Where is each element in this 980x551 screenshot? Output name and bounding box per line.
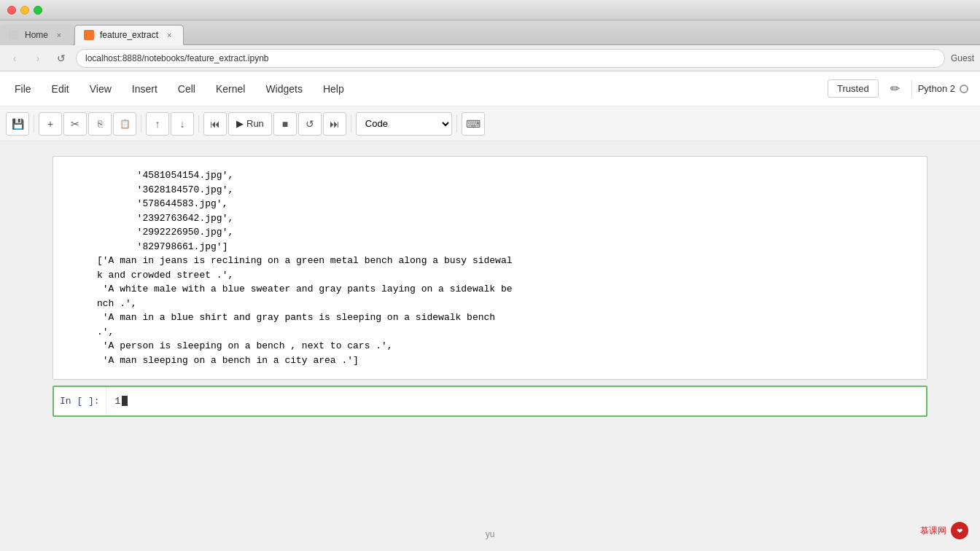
divider-5 bbox=[456, 115, 457, 133]
stop-button[interactable]: ■ bbox=[273, 112, 297, 136]
menu-view[interactable]: View bbox=[87, 80, 114, 98]
kernel-info: Python 2 bbox=[918, 83, 968, 94]
tab-home-label: Home bbox=[25, 30, 48, 40]
cut-icon: ✂ bbox=[71, 118, 79, 130]
url-input[interactable] bbox=[76, 49, 945, 68]
tab-home[interactable]: Home × bbox=[0, 25, 73, 45]
menu-edit[interactable]: Edit bbox=[49, 80, 72, 98]
edit-icon[interactable]: ✏ bbox=[884, 79, 906, 98]
cell-type-select[interactable]: Code Markdown Raw NBConvert bbox=[356, 112, 452, 136]
minimize-button[interactable] bbox=[20, 6, 29, 15]
plus-icon: + bbox=[47, 118, 53, 130]
move-up-button[interactable]: ↑ bbox=[146, 112, 169, 136]
divider-2 bbox=[141, 115, 141, 133]
jupyter-favicon bbox=[84, 30, 94, 40]
back-icon: ‹ bbox=[13, 52, 17, 64]
add-cell-button[interactable]: + bbox=[39, 112, 62, 136]
divider-4 bbox=[351, 115, 351, 133]
refresh-icon: ↺ bbox=[57, 52, 66, 64]
copy-cell-button[interactable]: ⎘ bbox=[88, 112, 112, 136]
menu-insert[interactable]: Insert bbox=[129, 80, 160, 98]
forward-button[interactable]: › bbox=[29, 50, 47, 67]
divider-1 bbox=[34, 115, 34, 133]
move-down-button[interactable]: ↓ bbox=[171, 112, 194, 136]
paste-icon: 📋 bbox=[120, 119, 131, 129]
line-number: 1 bbox=[115, 396, 121, 407]
stop-icon: ■ bbox=[282, 118, 288, 130]
kernel-label: Python 2 bbox=[918, 83, 955, 94]
keyboard-button[interactable]: ⌨ bbox=[462, 112, 485, 136]
menu-help[interactable]: Help bbox=[320, 80, 347, 98]
toolbar-divider bbox=[911, 80, 912, 98]
jupyter-toolbar: 💾 + ✂ ⎘ 📋 ↑ ↓ ⏮ ▶ Run ■ ↺ ⏭ Code Markdow… bbox=[0, 106, 980, 141]
paste-cell-button[interactable]: 📋 bbox=[113, 112, 136, 136]
down-arrow-icon: ↓ bbox=[180, 118, 185, 130]
active-input-cell[interactable]: In [ ]: 1 bbox=[52, 386, 928, 417]
window-controls bbox=[0, 6, 42, 15]
forward-icon: › bbox=[36, 52, 40, 64]
tab-feature-extract-close[interactable]: × bbox=[164, 30, 174, 40]
tab-feature-extract-label: feature_extract bbox=[100, 30, 158, 40]
up-arrow-icon: ↑ bbox=[155, 118, 160, 130]
keyboard-icon: ⌨ bbox=[466, 118, 481, 130]
close-button[interactable] bbox=[7, 6, 16, 15]
refresh-button[interactable]: ↺ bbox=[52, 50, 70, 67]
menu-kernel[interactable]: Kernel bbox=[213, 80, 248, 98]
watermark-icon: ❤ bbox=[951, 522, 968, 539]
jupyter-menu-bar: File Edit View Insert Cell Kernel Widget… bbox=[0, 71, 980, 106]
menu-cell[interactable]: Cell bbox=[175, 80, 198, 98]
fast-forward-button[interactable]: ⏭ bbox=[323, 112, 346, 136]
restart-icon: ↺ bbox=[306, 118, 314, 130]
fast-back-icon: ⏮ bbox=[210, 118, 220, 130]
tabs-bar: Home × feature_extract × bbox=[0, 20, 980, 45]
back-button[interactable]: ‹ bbox=[6, 50, 23, 67]
save-icon: 💾 bbox=[12, 118, 24, 130]
bottom-text: yu bbox=[486, 529, 495, 539]
kernel-status-circle bbox=[960, 85, 968, 93]
cell-container: '4581054154.jpg', '3628184570.jpg', '578… bbox=[38, 156, 942, 417]
fast-back-button[interactable]: ⏮ bbox=[203, 112, 227, 136]
address-bar: ‹ › ↺ Guest bbox=[0, 45, 980, 71]
watermark-text: 慕课网 bbox=[920, 525, 946, 537]
output-content: '4581054154.jpg', '3628184570.jpg', '578… bbox=[53, 157, 927, 379]
output-cell: '4581054154.jpg', '3628184570.jpg', '578… bbox=[52, 156, 928, 380]
restart-button[interactable]: ↺ bbox=[298, 112, 322, 136]
run-icon: ▶ bbox=[236, 118, 244, 129]
prompt-label: In [ ]: bbox=[60, 396, 100, 407]
home-favicon bbox=[9, 30, 19, 40]
notebook-area: '4581054154.jpg', '3628184570.jpg', '578… bbox=[0, 141, 980, 551]
tab-feature-extract[interactable]: feature_extract × bbox=[74, 25, 184, 45]
trusted-button[interactable]: Trusted bbox=[828, 79, 879, 98]
run-button[interactable]: ▶ Run bbox=[228, 112, 272, 136]
divider-3 bbox=[198, 115, 199, 133]
copy-icon: ⎘ bbox=[98, 119, 103, 129]
text-cursor bbox=[122, 396, 128, 406]
maximize-button[interactable] bbox=[34, 6, 42, 15]
menu-right: Trusted ✏ Python 2 bbox=[828, 79, 968, 98]
run-label: Run bbox=[246, 118, 264, 129]
cut-cell-button[interactable]: ✂ bbox=[63, 112, 87, 136]
heart-icon: ❤ bbox=[957, 527, 962, 535]
title-bar bbox=[0, 0, 980, 20]
save-button[interactable]: 💾 bbox=[6, 112, 29, 136]
fast-forward-icon: ⏭ bbox=[330, 118, 340, 130]
tab-home-close[interactable]: × bbox=[54, 30, 64, 40]
menu-items: File Edit View Insert Cell Kernel Widget… bbox=[12, 80, 347, 98]
menu-file[interactable]: File bbox=[12, 80, 34, 98]
watermark: 慕课网 ❤ bbox=[920, 522, 968, 539]
cell-input-area[interactable]: 1 bbox=[106, 387, 926, 415]
cell-prompt: In [ ]: bbox=[54, 387, 106, 415]
menu-widgets[interactable]: Widgets bbox=[262, 80, 306, 98]
guest-label: Guest bbox=[951, 53, 974, 63]
